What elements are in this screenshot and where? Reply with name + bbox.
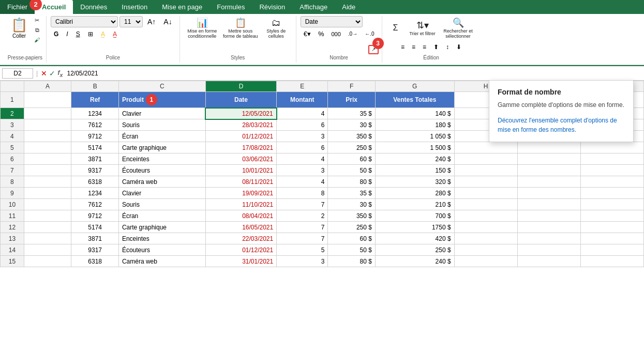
row-header-12[interactable]: 12 (1, 222, 24, 233)
cell-C7[interactable]: Écouteurs (118, 165, 205, 176)
cell-C5[interactable]: Carte graphique (118, 142, 205, 153)
cell-E9[interactable]: 8 (277, 188, 328, 199)
cell-A12[interactable] (24, 222, 71, 233)
currency-button[interactable]: €▾ (301, 28, 314, 39)
cell-H8[interactable] (454, 176, 517, 188)
cell-G1[interactable]: Ventes Totales (375, 92, 454, 108)
cell-E14[interactable]: 5 (277, 244, 328, 256)
percent-button[interactable]: % (315, 28, 327, 39)
cell-A9[interactable] (24, 188, 71, 199)
cell-ref-input[interactable] (2, 68, 33, 79)
cell-I11[interactable] (517, 210, 580, 222)
mettre-sous-forme-button[interactable]: 📋 Mettre sous forme de tableau (222, 16, 259, 40)
copier-button[interactable]: ⧉ (32, 26, 42, 35)
cell-G6[interactable]: 240 $ (375, 153, 454, 165)
cell-F6[interactable]: 60 $ (328, 153, 376, 165)
cell-H6[interactable] (454, 153, 517, 165)
italic-button[interactable]: I (63, 29, 71, 39)
tab-insertion[interactable]: Insertion (114, 0, 155, 14)
cell-G8[interactable]: 320 $ (375, 176, 454, 188)
decrease-decimal-button[interactable]: ←.0 (362, 29, 377, 38)
cell-D7[interactable]: 10/01/2021 (205, 165, 276, 176)
cell-D3[interactable]: 28/03/2021 (205, 119, 276, 131)
tab-mise-en-page[interactable]: Mise en page (155, 0, 209, 14)
cell-F5[interactable]: 250 $ (328, 142, 376, 153)
cell-G4[interactable]: 1 050 $ (375, 131, 454, 142)
cell-A15[interactable] (24, 256, 71, 267)
cell-B15[interactable]: 6318 (71, 256, 119, 267)
cell-I14[interactable] (517, 244, 580, 256)
cell-H10[interactable] (454, 199, 517, 210)
formula-input[interactable] (65, 69, 642, 78)
cell-I15[interactable] (517, 256, 580, 267)
cell-I10[interactable] (517, 199, 580, 210)
cell-B3[interactable]: 7612 (71, 119, 119, 131)
underline-button[interactable]: S (73, 29, 83, 39)
row-header-1[interactable]: 1 (1, 92, 24, 108)
cell-G9[interactable]: 280 $ (375, 188, 454, 199)
align-right-button[interactable]: ≡ (420, 42, 429, 52)
cell-H5[interactable] (454, 142, 517, 153)
cell-H7[interactable] (454, 165, 517, 176)
cell-F9[interactable]: 35 $ (328, 188, 376, 199)
cell-G14[interactable]: 250 $ (375, 244, 454, 256)
cell-F11[interactable]: 350 $ (328, 210, 376, 222)
cell-E1[interactable]: Montant (277, 92, 328, 108)
cell-F12[interactable]: 250 $ (328, 222, 376, 233)
row-header-2[interactable]: 2 (1, 108, 24, 119)
cell-I13[interactable] (517, 233, 580, 244)
cell-A6[interactable] (24, 153, 71, 165)
cell-E2[interactable]: 4 (277, 108, 328, 119)
cell-I8[interactable] (517, 176, 580, 188)
tab-affichage[interactable]: Affichage (292, 0, 335, 14)
cell-D14[interactable]: 01/12/2021 (205, 244, 276, 256)
cell-B8[interactable]: 6318 (71, 176, 119, 188)
cell-D8[interactable]: 08/11/2021 (205, 176, 276, 188)
font-name-select[interactable]: Calibri (51, 16, 118, 27)
cell-E13[interactable]: 7 (277, 233, 328, 244)
cell-B2[interactable]: 1234 (71, 108, 119, 119)
fill-color-button[interactable]: A̲ (98, 29, 108, 39)
cell-A8[interactable] (24, 176, 71, 188)
row-header-15[interactable]: 15 (1, 256, 24, 267)
font-decrease-button[interactable]: A↓ (160, 16, 175, 27)
cell-J13[interactable] (580, 233, 643, 244)
row-header-9[interactable]: 9 (1, 188, 24, 199)
cell-C12[interactable]: Carte graphique (118, 222, 205, 233)
font-color-button[interactable]: A̲ (110, 29, 120, 39)
cell-E5[interactable]: 6 (277, 142, 328, 153)
cell-J9[interactable] (580, 188, 643, 199)
cell-J7[interactable] (580, 165, 643, 176)
styles-cellules-button[interactable]: 🗂 Styles de cellules (261, 16, 292, 40)
col-header-F[interactable]: F (328, 81, 376, 92)
cell-D4[interactable]: 01/12/2021 (205, 131, 276, 142)
cell-J15[interactable] (580, 256, 643, 267)
border-button[interactable]: ⊞ (85, 29, 96, 39)
cell-A13[interactable] (24, 233, 71, 244)
cell-C11[interactable]: Écran (118, 210, 205, 222)
align-left-button[interactable]: ≡ (398, 42, 408, 52)
cell-I5[interactable] (517, 142, 580, 153)
cell-C8[interactable]: Caméra web (118, 176, 205, 188)
cell-G5[interactable]: 1 500 $ (375, 142, 454, 153)
cell-I7[interactable] (517, 165, 580, 176)
cell-H15[interactable] (454, 256, 517, 267)
cell-D2[interactable]: 12/05/2021 (205, 108, 276, 119)
cell-D13[interactable]: 22/03/2021 (205, 233, 276, 244)
cell-C14[interactable]: Écouteurs (118, 244, 205, 256)
cell-F7[interactable]: 50 $ (328, 165, 376, 176)
align-middle-button[interactable]: ↕ (443, 42, 452, 52)
cell-D6[interactable]: 03/06/2021 (205, 153, 276, 165)
col-header-C[interactable]: C (118, 81, 205, 92)
tab-revision[interactable]: Révision (252, 0, 292, 14)
rechercher-button[interactable]: 🔍 Rechercher et sélectionner (440, 16, 476, 40)
cell-E15[interactable]: 3 (277, 256, 328, 267)
trier-filtrer-button[interactable]: ⇅▾ Trier et filtrer (407, 16, 438, 40)
cell-H13[interactable] (454, 233, 517, 244)
cancel-formula-icon[interactable]: ✕ (41, 69, 47, 78)
cell-C13[interactable]: Enceintes (118, 233, 205, 244)
cell-J6[interactable] (580, 153, 643, 165)
cell-E7[interactable]: 3 (277, 165, 328, 176)
cell-C2[interactable]: Clavier (118, 108, 205, 119)
align-center-button[interactable]: ≡ (409, 42, 418, 52)
